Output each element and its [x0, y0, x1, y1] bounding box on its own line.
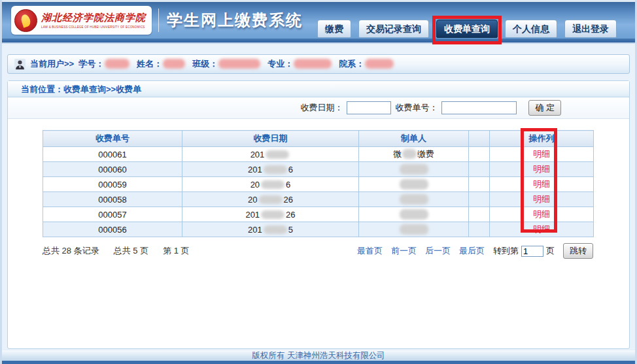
redacted-maker	[400, 224, 428, 235]
bill-no-cell: 000060	[43, 162, 182, 177]
redacted-date	[261, 180, 284, 189]
redacted-major	[294, 59, 332, 69]
detail-link[interactable]: 明细	[533, 209, 550, 219]
header-action: 操作列	[490, 131, 594, 147]
date-input[interactable]	[347, 101, 391, 114]
fee-bill-table: 收费单号 收费日期 制单人 操作列 000061 201 微缴费 明细 0000…	[43, 130, 594, 237]
nav-personal-info[interactable]: 个人信息	[505, 20, 557, 38]
main-nav: 缴费 交易记录查询 收费单查询 个人信息 退出登录	[317, 20, 617, 38]
main-panel: 当前位置：收费单查询>>收费单 收费日期： 收费单号： 确 定 收费单号 收费日…	[7, 80, 630, 349]
nav-transaction-query[interactable]: 交易记录查询	[358, 20, 429, 38]
detail-link[interactable]: 明细	[533, 179, 550, 189]
spacer-cell	[469, 192, 490, 207]
table-row: 000061 201 微缴费 明细	[43, 147, 594, 162]
bill-no-cell: 000057	[43, 207, 182, 222]
bill-no-cell: 000056	[43, 222, 182, 237]
last-page-link[interactable]: 最后页	[459, 245, 485, 257]
redacted-maker	[402, 149, 417, 159]
redacted-date	[264, 165, 287, 174]
detail-link[interactable]: 明细	[533, 224, 550, 234]
bottom-bar	[2, 361, 635, 364]
action-cell: 明细	[490, 192, 594, 207]
date-cell: 2016	[182, 162, 359, 177]
pagination-bar: 总共 28 条记录总共 5 页第 1 页 最首页 前一页 后一页 最后页 转到第…	[43, 243, 593, 259]
date-cell: 2026	[182, 192, 359, 207]
redacted-maker	[400, 179, 428, 190]
redacted-date	[264, 225, 287, 234]
redacted-student-no	[105, 59, 129, 69]
user-avatar-icon	[14, 59, 26, 70]
footer: 版权所有 天津神州浩天科技有限公司	[2, 350, 635, 361]
pagination-controls: 最首页 前一页 后一页 最后页 转到第 页 跳转	[357, 243, 593, 259]
confirm-button[interactable]: 确 定	[528, 100, 561, 116]
maker-cell	[359, 222, 469, 237]
app-header: 湖北经济学院法商学院 LAW & BUSINESS COLLEGE OF HUB…	[2, 0, 635, 39]
date-cell: 206	[182, 177, 359, 192]
spacer-cell	[469, 222, 490, 237]
search-bar: 收费日期： 收费单号： 确 定	[8, 97, 629, 119]
header-stripe	[2, 39, 635, 44]
spacer-cell	[469, 177, 490, 192]
redacted-class	[218, 59, 260, 69]
action-cell: 明细	[490, 207, 594, 222]
redacted-date	[261, 210, 284, 219]
redacted-dept	[365, 59, 394, 69]
nav-bill-query[interactable]: 收费单查询	[436, 20, 498, 38]
class-field: 班级：	[192, 58, 263, 70]
goto-page-group: 转到第 页	[493, 245, 555, 257]
redacted-maker	[400, 164, 428, 174]
table-row: 000056 2015 明细	[43, 222, 594, 237]
spacer-cell	[469, 162, 490, 177]
app-title: 学生网上缴费系统	[167, 10, 303, 31]
nav-pay[interactable]: 缴费	[317, 20, 351, 38]
bill-no-cell: 000059	[43, 177, 182, 192]
first-page-link[interactable]: 最首页	[357, 245, 383, 257]
date-cell: 20126	[182, 207, 359, 222]
header-maker: 制单人	[359, 131, 469, 147]
date-cell: 2015	[182, 222, 359, 237]
redacted-maker	[400, 209, 428, 220]
action-cell: 明细	[490, 147, 594, 162]
table-row: 000059 206 明细	[43, 177, 594, 192]
logo-divider	[158, 8, 159, 32]
student-no-field: 学号：	[78, 58, 132, 70]
detail-link[interactable]: 明细	[533, 164, 550, 174]
college-name: 湖北经济学院法商学院	[41, 12, 146, 24]
maker-cell	[359, 192, 469, 207]
copyright-text: 版权所有 天津神州浩天科技有限公司	[252, 351, 385, 360]
table-header-row: 收费单号 收费日期 制单人 操作列	[43, 131, 594, 147]
action-cell: 明细	[490, 162, 594, 177]
redacted-date	[266, 150, 289, 159]
name-field: 姓名：	[137, 58, 188, 70]
redacted-maker	[400, 194, 428, 205]
jump-button[interactable]: 跳转	[563, 243, 593, 259]
bill-no-cell: 000061	[43, 147, 182, 162]
detail-link[interactable]: 明细	[533, 194, 550, 204]
college-seal-icon	[14, 9, 37, 32]
spacer-cell	[469, 207, 490, 222]
bill-no-cell: 000058	[43, 192, 182, 207]
action-cell: 明细	[490, 222, 594, 237]
current-user-prefix: 当前用户>>	[30, 58, 74, 70]
table-row: 000058 2026 明细	[43, 192, 594, 207]
bill-no-input[interactable]	[441, 101, 517, 114]
redacted-name	[163, 59, 185, 69]
nav-logout[interactable]: 退出登录	[564, 20, 617, 38]
table-row: 000057 20126 明细	[43, 207, 594, 222]
goto-suffix: 页	[546, 245, 555, 257]
total-pages: 总共 5 页	[114, 246, 148, 256]
dept-field: 院系：	[339, 58, 396, 70]
maker-cell	[359, 207, 469, 222]
maker-cell: 微缴费	[359, 147, 469, 162]
page: 湖北经济学院法商学院 LAW & BUSINESS COLLEGE OF HUB…	[0, 0, 637, 364]
date-label: 收费日期：	[300, 102, 343, 114]
redacted-date	[259, 195, 283, 204]
prev-page-link[interactable]: 前一页	[391, 245, 417, 257]
header-date: 收费日期	[182, 131, 359, 147]
college-logo-text: 湖北经济学院法商学院 LAW & BUSINESS COLLEGE OF HUB…	[41, 12, 146, 29]
table-row: 000060 2016 明细	[43, 162, 594, 177]
next-page-link[interactable]: 后一页	[425, 245, 451, 257]
detail-link[interactable]: 明细	[533, 149, 550, 159]
maker-cell	[359, 162, 469, 177]
goto-page-input[interactable]	[521, 246, 543, 257]
